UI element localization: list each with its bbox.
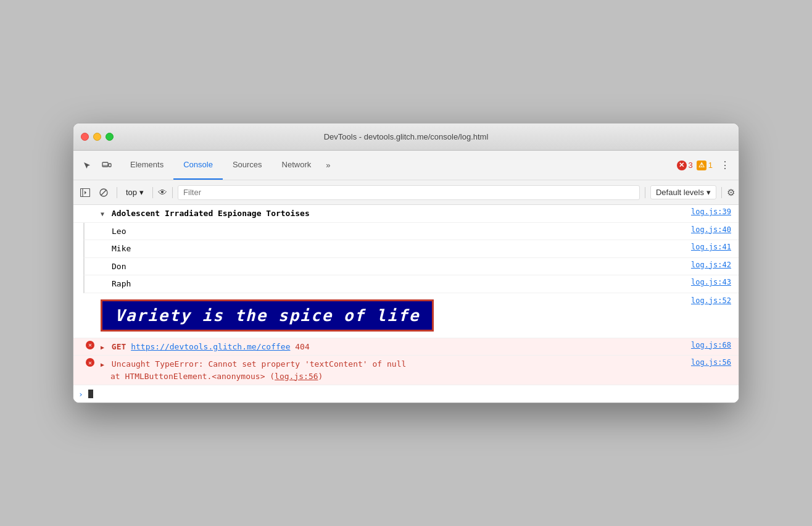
minimize-button[interactable] xyxy=(93,133,101,141)
child-content-mike: Mike xyxy=(109,242,683,256)
error-typeerror-row: ✕ ▶ Uncaught TypeError: Cannot set prope… xyxy=(73,356,739,385)
console-group-row: ▼ Adolescent Irradiated Espionage Tortoi… xyxy=(73,205,739,223)
settings-icon[interactable]: ⚙ xyxy=(727,187,735,198)
console-content: ▼ Adolescent Irradiated Espionage Tortoi… xyxy=(73,205,739,403)
typeerror-subtext-suffix: ) xyxy=(318,372,323,381)
row-gutter-6 xyxy=(73,296,98,296)
child-source-mike[interactable]: log.js:41 xyxy=(683,242,739,251)
tab-elements[interactable]: Elements xyxy=(120,151,173,180)
traffic-lights xyxy=(81,133,114,141)
typeerror-subtext-prefix: at HTMLButtonElement.<anonymous> ( xyxy=(110,372,275,381)
child-source-raph[interactable]: log.js:43 xyxy=(683,277,739,286)
toolbar-separator-3 xyxy=(172,187,173,198)
default-levels-button[interactable]: Default levels ▾ xyxy=(650,185,716,199)
typeerror-expand-icon[interactable]: ▶ xyxy=(101,361,104,368)
svg-line-7 xyxy=(101,190,107,195)
error-expand-icon[interactable]: ▶ xyxy=(101,344,104,351)
group-label: Adolescent Irradiated Espionage Tortoise… xyxy=(112,209,310,218)
sidebar-toggle-icon[interactable] xyxy=(77,185,93,201)
error-badge: ✕ 3 xyxy=(677,161,693,170)
status-code: 404 xyxy=(295,342,309,351)
child-source-leo[interactable]: log.js:40 xyxy=(683,225,739,234)
svg-marker-5 xyxy=(85,191,86,194)
filter-input[interactable] xyxy=(178,185,640,200)
group-content: ▼ Adolescent Irradiated Espionage Tortoi… xyxy=(98,207,683,220)
child-content-don: Don xyxy=(109,260,683,273)
child-source-don[interactable]: log.js:42 xyxy=(683,260,739,269)
devtools-panel: Elements Console Sources Network » ✕ xyxy=(73,151,739,403)
warn-icon: ⚠ xyxy=(697,161,706,170)
list-item: Leo log.js:40 xyxy=(83,223,739,241)
console-prompt[interactable]: › xyxy=(73,385,739,403)
styled-log-row: Variety is the spice of life log.js:52 xyxy=(73,293,739,338)
levels-label: Default levels xyxy=(656,188,704,197)
group-source[interactable]: log.js:39 xyxy=(683,207,739,216)
typeerror-text: Uncaught TypeError: Cannot set property … xyxy=(112,359,406,369)
toolbar-separator-1 xyxy=(117,187,117,198)
variety-banner: Variety is the spice of life xyxy=(101,299,434,332)
get-error-source[interactable]: log.js:68 xyxy=(683,340,739,349)
tab-sources[interactable]: Sources xyxy=(223,151,272,180)
tab-bar-left-icons xyxy=(78,157,115,174)
row-gutter-2 xyxy=(85,225,109,225)
titlebar: DevTools - devtools.glitch.me/console/lo… xyxy=(73,123,739,151)
typeerror-sublink[interactable]: log.js:56 xyxy=(275,372,318,381)
group-toggle-icon[interactable]: ▼ xyxy=(101,211,104,217)
row-gutter-5 xyxy=(85,277,109,278)
child-content-leo: Leo xyxy=(109,225,683,238)
error-get-row: ✕ ▶ GET https://devtools.glitch.me/coffe… xyxy=(73,338,739,356)
panel-tabs: Elements Console Sources Network » xyxy=(120,151,336,180)
get-error-content: ▶ GET https://devtools.glitch.me/coffee … xyxy=(98,340,683,354)
error-icon-1: ✕ xyxy=(86,341,94,349)
eye-icon[interactable]: 👁 xyxy=(158,187,167,198)
svg-rect-1 xyxy=(109,164,111,167)
levels-chevron-icon: ▾ xyxy=(706,188,711,197)
typeerror-source[interactable]: log.js:56 xyxy=(683,357,739,367)
tab-console[interactable]: Console xyxy=(173,151,223,180)
warn-badge: ⚠ 1 xyxy=(697,161,713,170)
context-value: top xyxy=(126,188,137,197)
error-icon: ✕ xyxy=(677,161,687,170)
close-button[interactable] xyxy=(81,133,89,141)
row-gutter-4 xyxy=(85,260,109,261)
window-title: DevTools - devtools.glitch.me/console/lo… xyxy=(324,132,489,141)
tab-more[interactable]: » xyxy=(321,151,335,180)
typeerror-content: ▶ Uncaught TypeError: Cannot set propert… xyxy=(98,357,683,383)
prompt-cursor xyxy=(88,390,93,398)
device-toggle-icon[interactable] xyxy=(98,157,115,174)
toolbar-separator-4 xyxy=(645,187,645,198)
warn-count: 1 xyxy=(708,161,713,170)
toolbar-separator-5 xyxy=(721,187,722,198)
tab-bar-right: ✕ 3 ⚠ 1 ⋮ xyxy=(677,157,734,173)
chevron-down-icon: ▾ xyxy=(139,188,144,197)
child-content-raph: Raph xyxy=(109,277,683,291)
tab-bar: Elements Console Sources Network » ✕ xyxy=(73,151,739,180)
error-url[interactable]: https://devtools.glitch.me/coffee xyxy=(131,342,290,351)
error-count: 3 xyxy=(689,161,693,170)
list-item: Mike log.js:41 xyxy=(83,240,739,258)
tab-network[interactable]: Network xyxy=(272,151,321,180)
row-gutter-8: ✕ xyxy=(73,357,98,367)
context-selector[interactable]: top ▾ xyxy=(122,188,147,197)
list-item: Don log.js:42 xyxy=(83,258,739,276)
more-menu-icon[interactable]: ⋮ xyxy=(716,157,734,173)
row-gutter-3 xyxy=(85,242,109,243)
toolbar-separator-2 xyxy=(152,187,153,198)
svg-rect-0 xyxy=(102,162,108,167)
get-label: GET xyxy=(112,342,131,351)
error-icon-2: ✕ xyxy=(86,358,94,367)
row-gutter-7: ✕ xyxy=(73,340,98,349)
fullscreen-button[interactable] xyxy=(106,133,114,141)
row-gutter-1 xyxy=(73,207,98,207)
prompt-caret-icon: › xyxy=(78,390,83,399)
clear-console-icon[interactable] xyxy=(96,185,112,201)
console-toolbar: top ▾ 👁 Default levels ▾ ⚙ xyxy=(73,180,739,205)
devtools-window: DevTools - devtools.glitch.me/console/lo… xyxy=(73,123,739,403)
list-item: Raph log.js:43 xyxy=(83,275,739,293)
variety-source[interactable]: log.js:52 xyxy=(683,296,739,305)
cursor-icon[interactable] xyxy=(78,157,96,174)
